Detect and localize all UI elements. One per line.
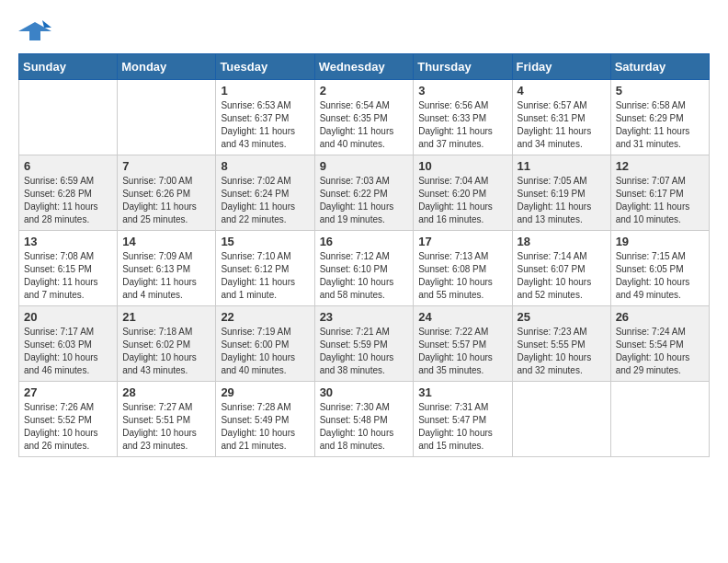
weekday-header-sunday: Sunday — [19, 54, 118, 80]
calendar-day-cell: 28Sunrise: 7:27 AM Sunset: 5:51 PM Dayli… — [118, 382, 216, 457]
calendar-week-row: 27Sunrise: 7:26 AM Sunset: 5:52 PM Dayli… — [19, 382, 710, 457]
weekday-header-thursday: Thursday — [414, 54, 512, 80]
day-info: Sunrise: 7:18 AM Sunset: 6:02 PM Dayligh… — [122, 326, 210, 377]
calendar-day-cell: 4Sunrise: 6:57 AM Sunset: 6:31 PM Daylig… — [512, 80, 610, 155]
calendar-day-cell: 17Sunrise: 7:13 AM Sunset: 6:08 PM Dayli… — [414, 231, 512, 306]
page-header — [18, 18, 710, 44]
day-number: 7 — [122, 159, 210, 173]
calendar-day-cell: 9Sunrise: 7:03 AM Sunset: 6:22 PM Daylig… — [314, 155, 414, 231]
calendar-day-cell: 10Sunrise: 7:04 AM Sunset: 6:20 PM Dayli… — [414, 155, 512, 231]
day-number: 21 — [122, 310, 210, 324]
calendar-day-cell: 1Sunrise: 6:53 AM Sunset: 6:37 PM Daylig… — [216, 80, 314, 155]
day-info: Sunrise: 7:21 AM Sunset: 5:59 PM Dayligh… — [320, 326, 409, 377]
day-info: Sunrise: 7:03 AM Sunset: 6:22 PM Dayligh… — [320, 175, 409, 226]
day-number: 1 — [221, 84, 309, 98]
calendar-empty-cell — [19, 80, 118, 155]
day-number: 15 — [221, 235, 309, 248]
day-info: Sunrise: 7:07 AM Sunset: 6:17 PM Dayligh… — [616, 175, 704, 226]
day-info: Sunrise: 7:14 AM Sunset: 6:07 PM Dayligh… — [518, 250, 606, 302]
day-number: 18 — [518, 235, 606, 248]
calendar-day-cell: 11Sunrise: 7:05 AM Sunset: 6:19 PM Dayli… — [512, 155, 610, 231]
day-number: 19 — [616, 235, 704, 248]
calendar-empty-cell — [610, 382, 709, 457]
calendar-day-cell: 12Sunrise: 7:07 AM Sunset: 6:17 PM Dayli… — [610, 155, 709, 231]
svg-marker-1 — [42, 20, 51, 28]
day-info: Sunrise: 7:08 AM Sunset: 6:15 PM Dayligh… — [24, 250, 112, 302]
day-info: Sunrise: 7:04 AM Sunset: 6:20 PM Dayligh… — [418, 175, 506, 226]
day-info: Sunrise: 7:15 AM Sunset: 6:05 PM Dayligh… — [616, 250, 704, 302]
day-number: 28 — [122, 385, 210, 399]
weekday-header-saturday: Saturday — [610, 54, 709, 80]
calendar-day-cell: 24Sunrise: 7:22 AM Sunset: 5:57 PM Dayli… — [414, 306, 512, 382]
weekday-header-friday: Friday — [512, 54, 610, 80]
calendar-day-cell: 3Sunrise: 6:56 AM Sunset: 6:33 PM Daylig… — [414, 80, 512, 155]
weekday-header-wednesday: Wednesday — [314, 54, 414, 80]
day-number: 22 — [221, 310, 309, 324]
day-number: 13 — [24, 235, 112, 248]
calendar-day-cell: 29Sunrise: 7:28 AM Sunset: 5:49 PM Dayli… — [216, 382, 314, 457]
day-number: 24 — [418, 310, 506, 324]
calendar-day-cell: 30Sunrise: 7:30 AM Sunset: 5:48 PM Dayli… — [314, 382, 414, 457]
day-info: Sunrise: 6:59 AM Sunset: 6:28 PM Dayligh… — [24, 175, 112, 226]
day-number: 20 — [24, 310, 112, 324]
day-info: Sunrise: 7:28 AM Sunset: 5:49 PM Dayligh… — [221, 401, 309, 453]
day-number: 10 — [418, 159, 506, 173]
day-info: Sunrise: 6:57 AM Sunset: 6:31 PM Dayligh… — [518, 99, 606, 151]
calendar-day-cell: 25Sunrise: 7:23 AM Sunset: 5:55 PM Dayli… — [512, 306, 610, 382]
calendar-empty-cell — [512, 382, 610, 457]
calendar-day-cell: 19Sunrise: 7:15 AM Sunset: 6:05 PM Dayli… — [610, 231, 709, 306]
day-info: Sunrise: 6:53 AM Sunset: 6:37 PM Dayligh… — [221, 99, 309, 151]
day-info: Sunrise: 7:12 AM Sunset: 6:10 PM Dayligh… — [320, 250, 409, 302]
day-info: Sunrise: 7:31 AM Sunset: 5:47 PM Dayligh… — [418, 401, 506, 453]
day-number: 16 — [320, 235, 409, 248]
calendar-day-cell: 23Sunrise: 7:21 AM Sunset: 5:59 PM Dayli… — [314, 306, 414, 382]
calendar-empty-cell — [118, 80, 216, 155]
day-number: 8 — [221, 159, 309, 173]
logo — [18, 18, 55, 44]
calendar-day-cell: 2Sunrise: 6:54 AM Sunset: 6:35 PM Daylig… — [314, 80, 414, 155]
day-info: Sunrise: 7:09 AM Sunset: 6:13 PM Dayligh… — [122, 250, 210, 302]
calendar-day-cell: 14Sunrise: 7:09 AM Sunset: 6:13 PM Dayli… — [118, 231, 216, 306]
day-info: Sunrise: 7:05 AM Sunset: 6:19 PM Dayligh… — [518, 175, 606, 226]
day-number: 5 — [616, 84, 704, 98]
day-info: Sunrise: 7:23 AM Sunset: 5:55 PM Dayligh… — [518, 326, 606, 377]
calendar-day-cell: 22Sunrise: 7:19 AM Sunset: 6:00 PM Dayli… — [216, 306, 314, 382]
day-number: 25 — [518, 310, 606, 324]
calendar-day-cell: 21Sunrise: 7:18 AM Sunset: 6:02 PM Dayli… — [118, 306, 216, 382]
day-info: Sunrise: 7:00 AM Sunset: 6:26 PM Dayligh… — [122, 175, 210, 226]
calendar-week-row: 6Sunrise: 6:59 AM Sunset: 6:28 PM Daylig… — [19, 155, 710, 231]
day-info: Sunrise: 7:02 AM Sunset: 6:24 PM Dayligh… — [221, 175, 309, 226]
day-info: Sunrise: 7:24 AM Sunset: 5:54 PM Dayligh… — [616, 326, 704, 377]
calendar-day-cell: 13Sunrise: 7:08 AM Sunset: 6:15 PM Dayli… — [19, 231, 118, 306]
calendar-day-cell: 16Sunrise: 7:12 AM Sunset: 6:10 PM Dayli… — [314, 231, 414, 306]
day-info: Sunrise: 7:27 AM Sunset: 5:51 PM Dayligh… — [122, 401, 210, 453]
calendar-day-cell: 6Sunrise: 6:59 AM Sunset: 6:28 PM Daylig… — [19, 155, 118, 231]
day-number: 3 — [418, 84, 506, 98]
day-number: 17 — [418, 235, 506, 248]
day-number: 12 — [616, 159, 704, 173]
day-info: Sunrise: 7:10 AM Sunset: 6:12 PM Dayligh… — [221, 250, 309, 302]
calendar-day-cell: 31Sunrise: 7:31 AM Sunset: 5:47 PM Dayli… — [414, 382, 512, 457]
day-number: 30 — [320, 385, 409, 399]
calendar-day-cell: 8Sunrise: 7:02 AM Sunset: 6:24 PM Daylig… — [216, 155, 314, 231]
calendar-week-row: 20Sunrise: 7:17 AM Sunset: 6:03 PM Dayli… — [19, 306, 710, 382]
calendar-day-cell: 27Sunrise: 7:26 AM Sunset: 5:52 PM Dayli… — [19, 382, 118, 457]
day-number: 2 — [320, 84, 409, 98]
day-info: Sunrise: 6:58 AM Sunset: 6:29 PM Dayligh… — [616, 99, 704, 151]
day-number: 27 — [24, 385, 112, 399]
day-number: 6 — [24, 159, 112, 173]
day-number: 14 — [122, 235, 210, 248]
calendar-day-cell: 26Sunrise: 7:24 AM Sunset: 5:54 PM Dayli… — [610, 306, 709, 382]
weekday-header-monday: Monday — [118, 54, 216, 80]
day-number: 29 — [221, 385, 309, 399]
day-info: Sunrise: 7:17 AM Sunset: 6:03 PM Dayligh… — [24, 326, 112, 377]
day-number: 31 — [418, 385, 506, 399]
calendar-week-row: 13Sunrise: 7:08 AM Sunset: 6:15 PM Dayli… — [19, 231, 710, 306]
day-info: Sunrise: 6:54 AM Sunset: 6:35 PM Dayligh… — [320, 99, 409, 151]
calendar-day-cell: 18Sunrise: 7:14 AM Sunset: 6:07 PM Dayli… — [512, 231, 610, 306]
day-info: Sunrise: 7:26 AM Sunset: 5:52 PM Dayligh… — [24, 401, 112, 453]
day-number: 9 — [320, 159, 409, 173]
day-number: 4 — [518, 84, 606, 98]
day-info: Sunrise: 6:56 AM Sunset: 6:33 PM Dayligh… — [418, 99, 506, 151]
day-info: Sunrise: 7:13 AM Sunset: 6:08 PM Dayligh… — [418, 250, 506, 302]
